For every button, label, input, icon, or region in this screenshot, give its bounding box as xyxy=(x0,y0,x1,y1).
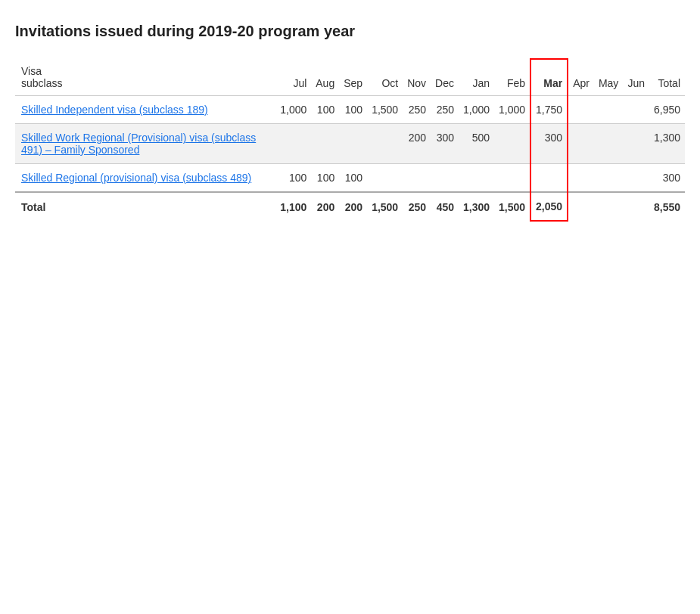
footer-jul: 1,100 xyxy=(275,192,311,221)
cell-may xyxy=(594,96,623,124)
cell-jul: 100 xyxy=(275,164,311,193)
cell-oct xyxy=(367,164,403,193)
table-row: Skilled Regional (provisional) visa (sub… xyxy=(15,164,685,193)
col-header-feb: Feb xyxy=(494,59,530,96)
cell-jul xyxy=(275,124,311,164)
col-header-total: Total xyxy=(649,59,685,96)
visa-link[interactable]: Skilled Work Regional (Provisional) visa… xyxy=(21,132,256,156)
cell-jan: 1,000 xyxy=(459,96,494,124)
col-header-dec: Dec xyxy=(431,59,459,96)
cell-mar: 300 xyxy=(530,124,568,164)
cell-oct xyxy=(367,124,403,164)
table-row: Skilled Independent visa (subclass 189)1… xyxy=(15,96,685,124)
col-header-aug: Aug xyxy=(311,59,339,96)
footer-dec: 450 xyxy=(431,192,459,221)
footer-aug: 200 xyxy=(311,192,339,221)
cell-nov: 250 xyxy=(403,96,431,124)
footer-jun xyxy=(623,192,649,221)
footer-apr xyxy=(568,192,594,221)
table-row: Skilled Work Regional (Provisional) visa… xyxy=(15,124,685,164)
cell-dec xyxy=(431,164,459,193)
cell-aug: 100 xyxy=(311,164,339,193)
col-header-jun: Jun xyxy=(623,59,649,96)
cell-dec: 300 xyxy=(431,124,459,164)
cell-feb xyxy=(494,124,530,164)
cell-jan: 500 xyxy=(459,124,494,164)
footer-feb: 1,500 xyxy=(494,192,530,221)
cell-apr xyxy=(568,124,594,164)
cell-may xyxy=(594,124,623,164)
cell-sep: 100 xyxy=(339,96,367,124)
col-header-mar: Mar xyxy=(530,59,568,96)
cell-feb xyxy=(494,164,530,193)
footer-jan: 1,300 xyxy=(459,192,494,221)
col-header-apr: Apr xyxy=(568,59,594,96)
table-header-row: Visa subclass Jul Aug Sep Oct Nov Dec Ja… xyxy=(15,59,685,96)
table-footer-row: Total 1,100 200 200 1,500 250 450 1,300 … xyxy=(15,192,685,221)
cell-jun xyxy=(623,164,649,193)
cell-apr xyxy=(568,96,594,124)
cell-jan xyxy=(459,164,494,193)
cell-nov: 200 xyxy=(403,124,431,164)
cell-nov xyxy=(403,164,431,193)
visa-link[interactable]: Skilled Regional (provisional) visa (sub… xyxy=(21,172,251,184)
footer-nov: 250 xyxy=(403,192,431,221)
invitations-table: Visa subclass Jul Aug Sep Oct Nov Dec Ja… xyxy=(15,58,685,222)
cell-sep: 100 xyxy=(339,164,367,193)
col-header-visa-subclass: Visa subclass xyxy=(15,59,275,96)
footer-sep: 200 xyxy=(339,192,367,221)
footer-oct: 1,500 xyxy=(367,192,403,221)
cell-may xyxy=(594,164,623,193)
cell-total: 300 xyxy=(649,164,685,193)
visa-name-cell[interactable]: Skilled Work Regional (Provisional) visa… xyxy=(15,124,275,164)
cell-jul: 1,000 xyxy=(275,96,311,124)
cell-mar xyxy=(530,164,568,193)
cell-feb: 1,000 xyxy=(494,96,530,124)
cell-apr xyxy=(568,164,594,193)
visa-link[interactable]: Skilled Independent visa (subclass 189) xyxy=(21,104,208,116)
col-header-nov: Nov xyxy=(403,59,431,96)
cell-oct: 1,500 xyxy=(367,96,403,124)
cell-sep xyxy=(339,124,367,164)
cell-total: 1,300 xyxy=(649,124,685,164)
cell-dec: 250 xyxy=(431,96,459,124)
cell-mar: 1,750 xyxy=(530,96,568,124)
cell-jun xyxy=(623,124,649,164)
footer-may xyxy=(594,192,623,221)
footer-label: Total xyxy=(15,192,275,221)
cell-total: 6,950 xyxy=(649,96,685,124)
cell-jun xyxy=(623,96,649,124)
col-header-jul: Jul xyxy=(275,59,311,96)
col-header-may: May xyxy=(594,59,623,96)
visa-name-cell[interactable]: Skilled Independent visa (subclass 189) xyxy=(15,96,275,124)
page-title: Invitations issued during 2019-20 progra… xyxy=(15,23,685,40)
visa-name-cell[interactable]: Skilled Regional (provisional) visa (sub… xyxy=(15,164,275,193)
col-header-oct: Oct xyxy=(367,59,403,96)
col-header-jan: Jan xyxy=(459,59,494,96)
cell-aug xyxy=(311,124,339,164)
footer-mar: 2,050 xyxy=(530,192,568,221)
footer-total: 8,550 xyxy=(649,192,685,221)
cell-aug: 100 xyxy=(311,96,339,124)
col-header-sep: Sep xyxy=(339,59,367,96)
